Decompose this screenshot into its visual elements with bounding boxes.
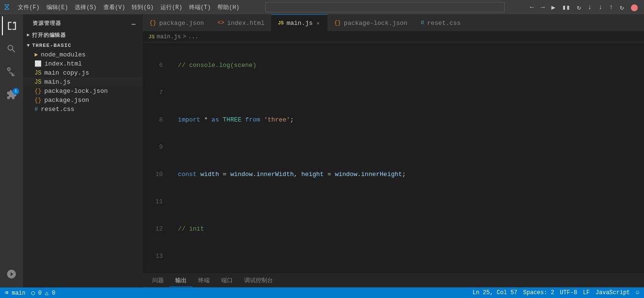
tree-item-node-modules[interactable]: ► node_modules	[23, 50, 143, 59]
tab-label-package-lock: package-lock.json	[344, 20, 407, 27]
step-over-icon[interactable]: ↓	[586, 2, 593, 12]
tab-reset-css[interactable]: # reset.css	[414, 14, 467, 31]
project-chevron: ▼	[27, 43, 30, 48]
code-line-12: 12 // init	[147, 224, 644, 233]
status-feedback[interactable]: ☺	[636, 289, 639, 296]
menu-select[interactable]: 选择(S)	[72, 2, 100, 12]
panel-tab-problems[interactable]: 问题	[147, 275, 169, 287]
top-menu-bar: ⧖ 文件(F) 编辑(E) 选择(S) 查看(V) 转到(G) 运行(R) 终端…	[0, 0, 644, 14]
tree-item-label: node_modules	[41, 51, 86, 58]
tree-item-reset-css[interactable]: # reset.css	[23, 105, 143, 114]
panel-tab-output[interactable]: 输出	[169, 275, 192, 287]
panel-tab-debug-console[interactable]: 调试控制台	[238, 275, 279, 287]
project-group[interactable]: ▼ THREE-BASIC	[23, 41, 143, 50]
line-content-6: // console.log(scene)	[170, 61, 644, 70]
tree-item-label: main.js	[44, 78, 70, 86]
tab-close-main-js[interactable]: ✕	[316, 20, 321, 27]
code-editor[interactable]: 6 // console.log(scene) 7 8 import * as …	[143, 43, 644, 273]
tree-item-main-js[interactable]: JS main.js	[23, 77, 143, 87]
status-errors[interactable]: ◯ 0 △ 0	[31, 289, 55, 297]
tab-label-package-json: package.json	[159, 20, 204, 27]
menu-run[interactable]: 运行(R)	[158, 2, 185, 12]
panel-tab-ports[interactable]: 端口	[215, 275, 238, 287]
tabs-bar: {} package.json <> index.html JS main.js…	[143, 14, 644, 31]
js-file-icon: JS	[34, 70, 41, 77]
status-spaces[interactable]: Spaces: 2	[523, 289, 554, 296]
menu-goto[interactable]: 转到(G)	[129, 2, 157, 12]
status-language[interactable]: JavaScript	[596, 289, 630, 296]
status-eol[interactable]: LF	[583, 289, 589, 296]
status-line-col[interactable]: Ln 25, Col 57	[473, 289, 518, 296]
tree-item-label: reset.css	[41, 106, 74, 113]
json-file-icon: {}	[34, 88, 41, 95]
tree-item-label: package.json	[44, 97, 89, 104]
sidebar: 资源管理器 … ► 打开的编辑器 ▼ THREE-BASIC ► node_mo…	[23, 14, 143, 287]
step-into-icon[interactable]: ↓	[597, 2, 604, 12]
menu-help[interactable]: 帮助(H)	[215, 2, 242, 12]
step-out-icon[interactable]: ↑	[607, 2, 615, 12]
tree-item-index-html[interactable]: ⬜ index.html	[23, 59, 143, 68]
breakpoint-icon[interactable]: ⬤	[629, 2, 640, 12]
open-editors-label: 打开的编辑器	[32, 32, 66, 39]
activity-run-debug[interactable]	[2, 265, 21, 284]
tree-item-main-copy-js[interactable]: JS main copy.js	[23, 68, 143, 77]
open-editors-chevron: ►	[27, 33, 30, 38]
bottom-panel: 问题 输出 终端 端口 调试控制台	[143, 273, 644, 287]
line-content-13	[170, 252, 644, 261]
activity-bar: 1	[0, 14, 23, 287]
line-number-13: 13	[147, 252, 170, 261]
line-number-9: 9	[147, 143, 170, 152]
menu-view[interactable]: 查看(V)	[101, 2, 128, 12]
extensions-badge: 1	[12, 88, 19, 95]
breadcrumb-filename[interactable]: main.js	[157, 33, 181, 40]
status-left: ⌫ main ◯ 0 △ 0	[5, 289, 56, 297]
line-number-8: 8	[147, 115, 170, 124]
breadcrumb-symbol[interactable]: ...	[188, 33, 199, 40]
tree-item-label: index.html	[45, 60, 82, 67]
tab-label-index-html: index.html	[227, 20, 264, 27]
debug-icon[interactable]: ▶	[550, 2, 557, 12]
js-file-icon2: JS	[34, 79, 41, 86]
open-editors-group[interactable]: ► 打开的编辑器	[23, 30, 143, 41]
tab-label-reset-css: reset.css	[427, 20, 461, 27]
code-content[interactable]: 6 // console.log(scene) 7 8 import * as …	[143, 43, 644, 273]
code-line-8: 8 import * as THREE from 'three';	[147, 115, 644, 124]
activity-explorer[interactable]	[2, 16, 21, 35]
forward-icon[interactable]: →	[539, 2, 546, 12]
tab-package-lock-json[interactable]: {} package-lock.json	[328, 14, 414, 31]
tab-main-js[interactable]: JS main.js ✕	[271, 14, 327, 31]
sidebar-header-icons: …	[131, 18, 137, 28]
activity-source-control[interactable]	[2, 62, 21, 81]
line-number-10: 10	[147, 170, 170, 179]
app-logo-area: ⧖ 文件(F) 编辑(E) 选择(S) 查看(V) 转到(G) 运行(R) 终端…	[4, 2, 242, 12]
line-number-12: 12	[147, 224, 170, 233]
activity-search[interactable]	[2, 39, 21, 58]
tab-index-html[interactable]: <> index.html	[211, 14, 271, 31]
tab-icon-package-lock: {}	[334, 20, 341, 26]
status-branch[interactable]: ⌫ main	[5, 289, 25, 297]
sidebar-title: 资源管理器	[33, 20, 61, 27]
panel-tab-terminal[interactable]: 终端	[192, 275, 215, 287]
new-file-icon[interactable]: …	[131, 18, 137, 28]
restart-icon[interactable]: ↻	[618, 2, 626, 12]
code-line-10: 10 const width = window.innerWidth, heig…	[147, 170, 644, 179]
html-file-icon: ⬜	[34, 60, 42, 67]
line-content-8: import * as THREE from 'three';	[170, 115, 644, 124]
status-encoding[interactable]: UTF-8	[560, 289, 577, 296]
menu-terminal[interactable]: 终端(T)	[186, 2, 214, 12]
window-controls: ← → ▶ ▮▮ ↻ ↓ ↓ ↑ ↻ ⬤	[528, 2, 640, 12]
status-bar: ⌫ main ◯ 0 △ 0 Ln 25, Col 57 Spaces: 2 U…	[0, 287, 644, 298]
reload-icon[interactable]: ↻	[575, 2, 583, 12]
tab-package-json[interactable]: {} package.json	[143, 14, 211, 31]
activity-extensions[interactable]: 1	[2, 85, 21, 104]
search-area	[242, 2, 528, 12]
panel-tabs: 问题 输出 终端 端口 调试控制台	[143, 273, 644, 287]
css-file-icon: #	[34, 106, 38, 113]
back-icon[interactable]: ←	[528, 2, 536, 12]
menu-file[interactable]: 文件(F)	[15, 2, 43, 12]
global-search-input[interactable]	[265, 2, 505, 12]
pause-icon[interactable]: ▮▮	[560, 2, 572, 12]
tree-item-package-json[interactable]: {} package.json	[23, 96, 143, 105]
tree-item-package-lock[interactable]: {} package-lock.json	[23, 87, 143, 96]
menu-edit[interactable]: 编辑(E)	[44, 2, 71, 12]
